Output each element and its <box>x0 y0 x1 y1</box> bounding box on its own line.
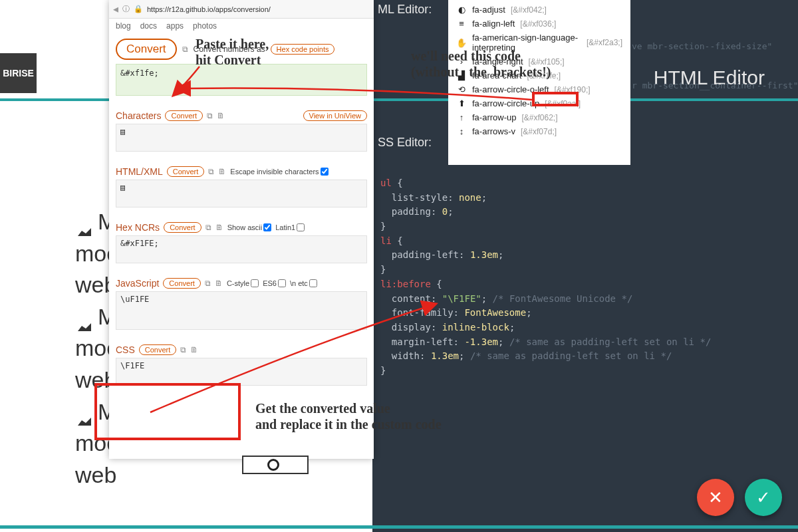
escape-invisible-checkbox[interactable]: Escape invisible characters <box>230 168 328 176</box>
css-title: CSS <box>116 344 135 355</box>
magnifier-icon <box>267 459 279 471</box>
doc-icon[interactable]: 🗎 <box>215 223 223 232</box>
nav-photos[interactable]: photos <box>193 21 217 31</box>
copy-icon[interactable]: ⧉ <box>208 167 214 176</box>
nnetc-checkbox[interactable]: \n etc <box>290 279 317 287</box>
decorative-stripe-bottom <box>0 525 798 529</box>
characters-convert-button[interactable]: Convert <box>165 110 203 121</box>
cancel-button[interactable]: ✕ <box>697 479 734 516</box>
copy-icon[interactable]: ⧉ <box>205 279 211 288</box>
input-textarea[interactable]: &#xf1fe; <box>116 64 367 96</box>
icon-reference-panel: ◐fa-adjust[&#xf042;] ≡fa-align-left[&#xf… <box>448 0 630 165</box>
lock-icon: 🔒 <box>134 5 143 13</box>
check-icon: ✓ <box>756 487 771 508</box>
view-uniview-button[interactable]: View in UniView <box>303 110 367 121</box>
characters-output[interactable]: ▤ <box>116 124 367 152</box>
hexncr-title: Hex NCRs <box>116 222 160 233</box>
annotation-getconverted: Get the converted value and replace it i… <box>255 400 442 432</box>
list-item: ◐fa-adjust[&#xf042;] <box>456 3 622 17</box>
close-icon: ✕ <box>708 487 723 508</box>
arrow-circle-up-icon: ⬆ <box>456 98 467 108</box>
icon-name[interactable]: fa-align-left <box>472 19 515 29</box>
list-item: ↕fa-arrows-v[&#xf07d;] <box>456 124 622 138</box>
nav-docs[interactable]: docs <box>140 21 157 31</box>
html-editor-label: ML Editor: <box>378 3 432 17</box>
icon-name[interactable]: fa-arrows-v <box>472 126 515 136</box>
annotation-paste: Paste it here, hit Convert <box>196 36 269 68</box>
url-input[interactable] <box>147 5 370 13</box>
align-left-icon: ≡ <box>456 19 467 29</box>
doc-icon[interactable]: 🗎 <box>215 279 223 288</box>
es6-checkbox[interactable]: ES6 <box>263 279 286 287</box>
doc-icon[interactable]: 🗎 <box>217 111 225 120</box>
htmlxml-title: HTML/XML <box>116 166 163 177</box>
back-icon[interactable]: ◂ <box>113 3 118 15</box>
faint-html-code: ve mbr-section--fixed-size" r mbr-sectio… <box>632 40 798 92</box>
hexncr-convert-button[interactable]: Convert <box>164 222 201 233</box>
highlight-box-code <box>532 92 579 106</box>
latin1-checkbox[interactable]: Latin1 <box>275 223 305 231</box>
arrows-v-icon: ↕ <box>456 126 467 136</box>
convert-button[interactable]: Convert <box>116 39 177 60</box>
thumbnail-preview <box>242 456 309 474</box>
doc-icon[interactable]: 🗎 <box>190 345 198 354</box>
copy-icon[interactable]: ⧉ <box>182 45 188 54</box>
arrow-circle-left-icon: ⟲ <box>456 84 467 94</box>
javascript-title: JavaScript <box>116 278 159 289</box>
icon-code: [&#xf2a3;] <box>587 38 622 47</box>
css-convert-button[interactable]: Convert <box>139 344 177 355</box>
hex-code-points-button[interactable]: Hex code points <box>271 44 335 55</box>
icon-name[interactable]: fa-adjust <box>472 5 505 15</box>
css-editor-code[interactable]: ul { list-style: none; padding: 0; } li … <box>380 176 793 378</box>
htmlxml-output[interactable]: ▤ <box>116 180 367 207</box>
url-bar: ◂ ⓘ 🔒 <box>109 0 374 19</box>
javascript-output[interactable]: \uF1FE <box>116 291 367 330</box>
arrow-up-icon: ↑ <box>456 112 467 122</box>
highlight-box-css-output <box>94 383 241 440</box>
show-ascii-checkbox[interactable]: Show ascii <box>227 223 272 231</box>
htmlxml-convert-button[interactable]: Convert <box>167 166 205 177</box>
icon-code: [&#xf036;] <box>520 19 556 29</box>
characters-title: Characters <box>116 110 161 121</box>
confirm-button[interactable]: ✓ <box>745 479 782 516</box>
css-editor-label: SS Editor: <box>378 136 432 150</box>
copy-icon[interactable]: ⧉ <box>207 111 213 120</box>
adjust-icon: ◐ <box>456 5 467 15</box>
nav-apps[interactable]: apps <box>166 21 184 31</box>
copy-icon[interactable]: ⧉ <box>205 223 211 232</box>
list-item: ↑fa-arrow-up[&#xf062;] <box>456 110 622 124</box>
brand-badge: BIRISE <box>0 53 37 93</box>
annotation-needcode: we'll need this code (without the bracke… <box>411 48 551 80</box>
asl-icon: ✋ <box>456 38 467 48</box>
icon-code: [&#xf042;] <box>511 5 547 15</box>
icon-code: [&#xf07d;] <box>521 127 557 136</box>
site-nav: blog docs apps photos <box>109 19 374 33</box>
icon-code: [&#xf062;] <box>521 113 557 122</box>
nav-blog[interactable]: blog <box>116 21 131 31</box>
hexncr-output[interactable]: &#xF1FE; <box>116 235 367 263</box>
doc-icon[interactable]: 🗎 <box>218 167 226 176</box>
javascript-convert-button[interactable]: Convert <box>163 278 201 289</box>
cstyle-checkbox[interactable]: C-style <box>227 279 259 287</box>
list-item: ≡fa-align-left[&#xf036;] <box>456 17 622 31</box>
css-output[interactable]: \F1FE <box>116 358 367 386</box>
info-icon[interactable]: ⓘ <box>122 4 130 14</box>
copy-icon[interactable]: ⧉ <box>180 345 186 354</box>
icon-name[interactable]: fa-arrow-circle-up <box>472 98 539 108</box>
icon-name[interactable]: fa-arrow-up <box>472 112 516 122</box>
